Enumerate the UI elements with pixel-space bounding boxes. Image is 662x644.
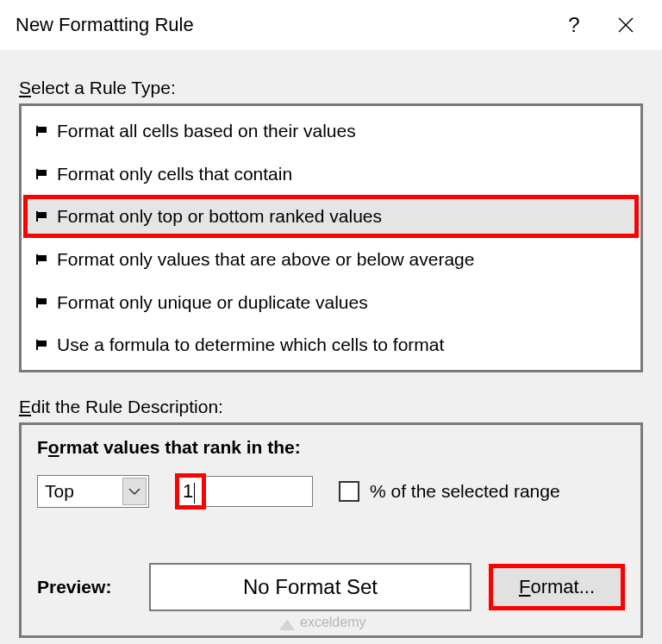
text-caret: [194, 483, 195, 503]
format-button[interactable]: Format...: [489, 564, 625, 610]
rule-icon: [36, 126, 48, 136]
preview-box: No Format Set: [149, 563, 472, 611]
rule-type-item[interactable]: Format only unique or duplicate values: [23, 281, 639, 324]
chevron-down-icon: [122, 478, 147, 505]
rank-count-input-remainder: [206, 476, 313, 507]
checkbox-box: [339, 481, 359, 502]
dialog-title: New Formatting Rule: [16, 14, 548, 36]
new-formatting-rule-dialog: New Formatting Rule ? Select a Rule Type…: [0, 0, 662, 644]
rule-type-item[interactable]: Use a formula to determine which cells t…: [23, 323, 639, 366]
rule-label: Format only values that are above or bel…: [57, 244, 474, 275]
percent-checkbox[interactable]: % of the selected range: [339, 481, 560, 502]
rank-count-value: 1: [183, 480, 193, 503]
rule-label: Format only top or bottom ranked values: [57, 201, 382, 232]
rule-label: Format all cells based on their values: [57, 116, 356, 147]
rule-icon: [36, 297, 48, 308]
edit-rule-description-label: Edit the Rule Description:: [19, 397, 643, 417]
rule-label: Format only unique or duplicate values: [57, 287, 368, 318]
rank-heading: Format values that rank in the:: [37, 437, 625, 458]
rank-count-field[interactable]: 1: [175, 473, 313, 510]
rule-label: Use a formula to determine which cells t…: [57, 329, 444, 360]
close-icon: [617, 16, 634, 34]
rule-type-item[interactable]: Format only values that are above or bel…: [23, 238, 639, 281]
rule-type-item-selected[interactable]: Format only top or bottom ranked values: [23, 195, 639, 238]
select-rule-type-label: Select a Rule Type:: [19, 78, 643, 98]
rank-count-value-box: 1: [175, 473, 206, 510]
rule-type-item[interactable]: Format only cells that contain: [23, 153, 639, 196]
help-button[interactable]: ?: [548, 2, 600, 48]
preview-label: Preview:: [37, 577, 132, 597]
rule-icon: [36, 211, 48, 222]
rule-label: Format only cells that contain: [57, 159, 292, 190]
close-button[interactable]: [600, 2, 652, 48]
titlebar: New Formatting Rule ?: [0, 0, 662, 50]
rank-direction-select[interactable]: Top: [37, 475, 149, 508]
preview-text: No Format Set: [243, 575, 378, 599]
rule-icon: [36, 169, 48, 179]
rule-type-item[interactable]: Format all cells based on their values: [23, 109, 639, 153]
rule-type-list: Format all cells based on their values F…: [19, 103, 643, 372]
dialog-footer: OK Cancel: [0, 638, 662, 644]
rule-icon: [36, 340, 48, 350]
rule-icon: [36, 254, 48, 265]
edit-rule-section: Format values that rank in the: Top 1: [19, 422, 643, 638]
rank-direction-value: Top: [45, 481, 74, 502]
percent-label: % of the selected range: [370, 481, 560, 502]
